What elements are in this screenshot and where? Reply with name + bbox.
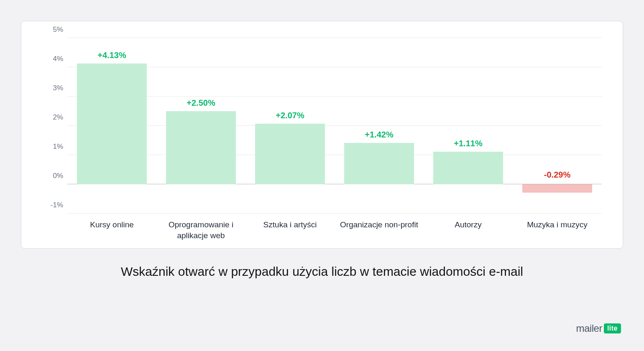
brand-logo: mailer lite <box>576 323 621 334</box>
bar-value-label: -0.29% <box>522 170 592 180</box>
bar-slot: -0.29% <box>513 38 602 214</box>
bar-slot: +1.11% <box>424 38 513 214</box>
y-tick-label: 1% <box>46 142 63 151</box>
plot-area: -1%0%1%2%3%4%5%+4.13%+2.50%+2.07%+1.42%+… <box>67 38 602 214</box>
x-tick-label: Kursy online <box>67 219 156 241</box>
bar: +1.42% <box>344 143 414 184</box>
y-tick-label: -1% <box>46 201 63 209</box>
x-axis-labels: Kursy onlineOprogramowanie i aplikacje w… <box>67 219 602 241</box>
bar-value-label: +4.13% <box>77 51 146 64</box>
bars-row: +4.13%+2.50%+2.07%+1.42%+1.11%-0.29% <box>67 38 602 214</box>
bar: +4.13% <box>77 64 146 184</box>
bar-slot: +2.07% <box>245 38 335 214</box>
bar-slot: +4.13% <box>67 38 156 214</box>
x-tick-label: Oprogramowanie i aplikacje web <box>156 219 245 241</box>
y-tick-label: 4% <box>46 55 63 63</box>
y-tick-label: 5% <box>46 25 63 34</box>
x-tick-label: Organizacje non-profit <box>335 219 424 241</box>
bar-slot: +2.50% <box>156 38 245 214</box>
bar-value-label: +2.50% <box>166 98 235 111</box>
y-tick-label: 0% <box>46 172 63 180</box>
bar-slot: +1.42% <box>335 38 424 214</box>
bar-value-label: +2.07% <box>255 111 325 124</box>
x-tick-label: Autorzy <box>424 219 513 241</box>
y-tick-label: 2% <box>46 113 63 122</box>
chart-card: -1%0%1%2%3%4%5%+4.13%+2.50%+2.07%+1.42%+… <box>21 21 623 249</box>
bar-value-label: +1.42% <box>344 130 414 143</box>
x-tick-label: Muzyka i muzycy <box>513 219 602 241</box>
bar: +1.11% <box>433 152 503 184</box>
bar-value-label: +1.11% <box>433 139 503 152</box>
chart-caption: Wskaźnik otwarć w przypadku użycia liczb… <box>21 265 623 279</box>
brand-badge: lite <box>604 323 621 333</box>
brand-name: mailer <box>576 323 602 334</box>
x-tick-label: Sztuka i artyści <box>245 219 335 241</box>
bar: +2.07% <box>255 124 325 184</box>
bar: +2.50% <box>166 111 235 184</box>
bar: -0.29% <box>522 184 592 193</box>
y-tick-label: 3% <box>46 84 63 92</box>
